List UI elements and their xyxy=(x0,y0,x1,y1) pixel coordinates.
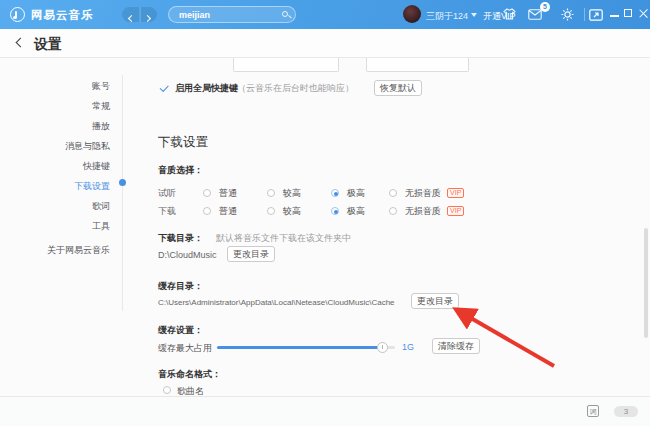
radio-label[interactable]: 极高 xyxy=(347,206,365,216)
playlist-count-badge: 3 xyxy=(614,406,638,417)
sidebar-divider xyxy=(122,75,123,311)
scrollbar-thumb[interactable] xyxy=(644,228,648,338)
download-dir-path: D:\CloudMusic xyxy=(158,250,217,260)
radio-standard[interactable] xyxy=(203,189,211,197)
avatar[interactable] xyxy=(403,5,421,23)
radio-lossless[interactable] xyxy=(389,207,397,215)
sidebar-item-playback[interactable]: 播放 xyxy=(0,116,110,136)
username[interactable]: 三阴于124 xyxy=(426,10,468,23)
lyrics-toggle-icon[interactable]: 词 xyxy=(587,405,599,417)
radio-lossless[interactable] xyxy=(389,189,397,197)
global-hotkey-hint: （云音乐在后台时也能响应） xyxy=(237,82,354,95)
row-name: 试听 xyxy=(158,188,176,198)
active-item-dot xyxy=(119,179,126,186)
vip-badge: VIP xyxy=(447,206,464,216)
radio-label[interactable]: 极高 xyxy=(347,188,365,198)
naming-format-label: 音乐命名格式： xyxy=(158,368,221,381)
cache-size-value: 1G xyxy=(402,342,414,352)
message-badge: 5 xyxy=(540,2,550,12)
titlebar-divider xyxy=(584,8,585,21)
maximize-button[interactable] xyxy=(624,9,632,17)
shortcut-input-partial[interactable] xyxy=(366,58,469,72)
sidebar-item-account[interactable]: 账号 xyxy=(0,76,110,96)
change-download-dir-button[interactable]: 更改目录 xyxy=(227,246,275,262)
radio-label[interactable]: 无损音质 xyxy=(405,188,441,198)
restore-default-button[interactable]: 恢复默认 xyxy=(374,80,422,96)
cache-size-slider[interactable] xyxy=(217,346,395,349)
slider-handle[interactable] xyxy=(377,342,388,353)
app-logo-icon xyxy=(10,7,25,22)
cache-slider-label: 缓存最大占用 xyxy=(158,342,212,355)
radio-higher[interactable] xyxy=(267,207,275,215)
radio-label[interactable]: 普通 xyxy=(219,188,237,198)
row-name: 下载 xyxy=(158,206,176,216)
nav-forward-button[interactable] xyxy=(140,7,157,22)
settings-header: 设置 xyxy=(0,29,650,58)
theme-skin-icon[interactable] xyxy=(503,8,516,20)
sidebar-item-download-settings[interactable]: 下载设置 xyxy=(0,176,110,196)
gear-icon[interactable] xyxy=(561,8,574,21)
sidebar-item-tools[interactable]: 工具 xyxy=(0,216,110,236)
radio-extreme-selected[interactable] xyxy=(331,189,339,197)
mini-mode-icon[interactable] xyxy=(589,9,603,21)
download-settings-title: 下载设置 xyxy=(158,134,208,151)
search-input[interactable] xyxy=(179,8,279,21)
cache-dir-label: 缓存目录： xyxy=(158,280,203,293)
chevron-right-icon xyxy=(144,15,151,22)
radio-label[interactable]: 较高 xyxy=(283,206,301,216)
close-button[interactable] xyxy=(639,9,648,18)
search-icon[interactable] xyxy=(282,11,288,17)
chevron-down-icon[interactable] xyxy=(471,13,477,17)
radio-extreme-selected[interactable] xyxy=(331,207,339,215)
radio-standard[interactable] xyxy=(203,207,211,215)
radio-label[interactable]: 较高 xyxy=(283,188,301,198)
global-hotkey-checkbox[interactable] xyxy=(160,83,169,92)
sidebar-item-lyrics[interactable]: 歌词 xyxy=(0,196,110,216)
radio-higher[interactable] xyxy=(267,189,275,197)
cache-setting-label: 缓存设置： xyxy=(158,324,203,337)
page-title: 设置 xyxy=(34,36,62,54)
search-box[interactable] xyxy=(168,6,296,23)
radio-label[interactable]: 无损音质 xyxy=(405,206,441,216)
sidebar-item-about[interactable]: 关于网易云音乐 xyxy=(0,240,110,260)
nav-back-button[interactable] xyxy=(122,7,139,22)
radio-label[interactable]: 普通 xyxy=(219,206,237,216)
message-icon[interactable] xyxy=(528,9,542,20)
minimize-button[interactable] xyxy=(610,9,619,17)
sidebar-item-privacy[interactable]: 消息与隐私 xyxy=(0,136,110,156)
sidebar-item-general[interactable]: 常规 xyxy=(0,96,110,116)
quality-row-listen: 试听 普通 较高 极高 无损音质 VIP xyxy=(158,182,464,194)
titlebar: 网易云音乐 三阴于124 开通VIP 5 xyxy=(0,0,650,29)
back-icon[interactable] xyxy=(16,38,26,48)
vip-badge: VIP xyxy=(447,188,464,198)
settings-main: 账号 常规 播放 消息与隐私 快捷键 下载设置 歌词 工具 关于网易云音乐 启用… xyxy=(0,58,650,396)
download-dir-hint: 默认将音乐文件下载在该文件夹中 xyxy=(216,232,351,245)
sidebar-item-shortcuts[interactable]: 快捷键 xyxy=(0,156,110,176)
player-bar: 00:19 04:47 词 3 xyxy=(0,396,650,426)
cache-dir-path: C:\Users\Administrator\AppData\Local\Net… xyxy=(158,298,395,307)
app-title: 网易云音乐 xyxy=(31,8,94,23)
slider-fill xyxy=(217,346,383,349)
clear-cache-button[interactable]: 清除缓存 xyxy=(432,338,480,354)
change-cache-dir-button[interactable]: 更改目录 xyxy=(411,293,459,309)
chevron-left-icon xyxy=(128,15,135,22)
radio-song-name[interactable] xyxy=(163,386,171,394)
settings-sidebar: 账号 常规 播放 消息与隐私 快捷键 下载设置 歌词 工具 关于网易云音乐 xyxy=(0,76,110,260)
quality-row-download: 下载 普通 较高 极高 无损音质 VIP xyxy=(158,200,464,212)
quality-label: 音质选择： xyxy=(158,164,203,177)
shortcut-input-partial[interactable] xyxy=(233,58,339,72)
download-dir-label: 下载目录： xyxy=(158,232,203,245)
global-hotkey-label: 启用全局快捷键 xyxy=(175,82,238,95)
